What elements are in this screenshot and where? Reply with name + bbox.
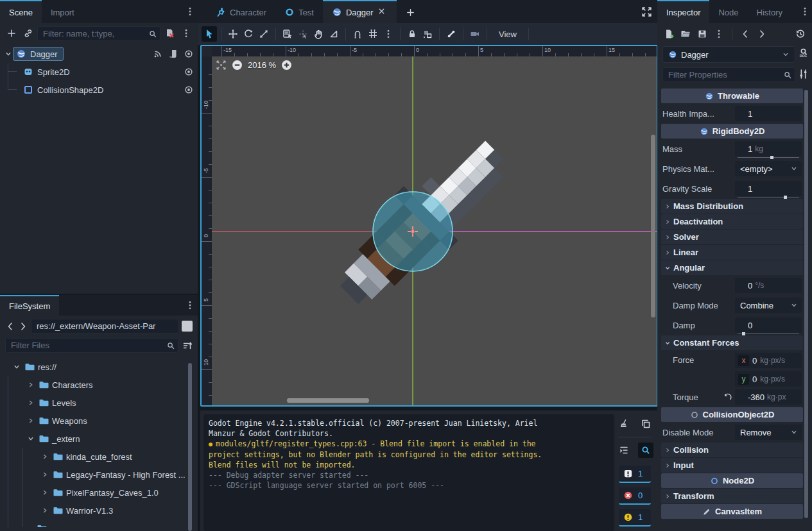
section-input[interactable]: Input [661,458,803,473]
copy-output-button[interactable] [638,416,653,432]
filesystem-row[interactable]: res:// [0,358,198,376]
chevron-right-icon[interactable] [40,506,49,515]
extra-resource-options-icon[interactable] [798,69,809,80]
section-collision[interactable]: Collision [661,442,803,457]
snap-target-tool-button[interactable] [295,26,311,42]
chevron-right-icon[interactable] [40,470,49,479]
clear-output-button[interactable] [616,416,632,432]
rotate-tool-button[interactable] [241,26,256,42]
scene-tab-character[interactable]: Character [207,0,275,23]
close-tab-icon[interactable] [377,7,388,17]
scene-tree-row[interactable]: CollisionShape2D [0,81,198,99]
chevron-right-icon[interactable] [40,452,49,461]
2d-viewport[interactable]: -15-10-5051015 -10-50510 2016 % [200,45,658,407]
save-resource-button[interactable] [695,26,710,42]
filesystem-row[interactable]: kinda_cute_forest [0,448,198,466]
add-node-button[interactable] [4,26,19,41]
inspector-dock-menu-icon[interactable] [800,6,810,17]
chevron-right-icon[interactable] [40,488,49,497]
detach-script-button[interactable] [162,26,177,41]
output-console[interactable]: Godot Engine v4.2.1.stable.official (c) … [203,414,614,531]
scene-tab-dagger[interactable]: Dagger [323,0,397,23]
dropdown-field[interactable]: <empty> [735,161,802,176]
instantiate-scene-button[interactable] [21,26,36,41]
chevron-right-icon[interactable] [26,380,35,389]
eye-icon[interactable] [184,67,194,77]
grid-snap-button[interactable] [365,26,381,42]
view-menu-button[interactable]: View [491,28,524,40]
category-rigidbody2d[interactable]: RigidBody2D [661,124,803,139]
list-select-tool-button[interactable] [280,26,295,42]
slider-grabber[interactable] [770,156,773,159]
number-field[interactable]: -360kg·px [735,389,802,405]
chevron-down-icon[interactable] [26,434,35,443]
section-angular[interactable]: Angular [661,260,803,275]
scale-tool-button[interactable] [256,26,272,42]
number-field[interactable]: 0°/s [735,278,802,293]
section-linear[interactable]: Linear [661,245,803,260]
camera-preview-button[interactable] [467,26,483,42]
canvas-hscrollbar[interactable] [287,398,369,403]
signal-icon[interactable] [153,49,163,59]
canvas[interactable]: 2016 % [212,56,657,405]
number-field[interactable]: 1kg [735,141,802,156]
lock-button[interactable] [404,26,420,42]
number-field[interactable]: 1 [735,181,802,196]
category-node2d[interactable]: Node2D [661,473,803,488]
menu-dots-button[interactable] [711,26,727,42]
menu-dots-button[interactable] [381,26,396,42]
chevron-down-icon[interactable] [4,49,13,58]
vector-component-field[interactable]: x0kg·px/s [735,353,802,368]
error-filter-button[interactable]: 0 [619,487,651,505]
ruler-tool-button[interactable] [326,26,341,42]
filesystem-row[interactable]: Weapons [0,412,198,430]
scene-tree-menu-icon[interactable] [178,26,194,41]
scene-tree-row[interactable]: Sprite2D [0,63,198,81]
tab-history[interactable]: History [748,0,791,23]
tab-node[interactable]: Node [709,0,747,23]
filesystem-row[interactable]: Levels [0,394,198,412]
filesystem-row[interactable]: _extern [0,430,198,448]
section-solver[interactable]: Solver [661,230,803,244]
section-mass-distribution[interactable]: Mass Distribution [661,199,803,214]
number-field[interactable]: 0 [735,317,802,333]
chevron-down-icon[interactable] [12,362,21,371]
revert-icon[interactable] [723,392,732,402]
zoom-in-button[interactable] [281,60,292,71]
filesystem-row[interactable]: Legacy-Fantasy - High Forest ... [0,466,198,484]
scene-filter-input[interactable] [37,26,160,41]
vector-component-field[interactable]: y0kg·px/s [735,371,802,387]
smart-snap-button[interactable] [350,26,365,42]
value-slider[interactable] [738,197,799,198]
filesystem-row[interactable] [0,519,198,527]
section-deactivation[interactable]: Deactivation [661,214,803,229]
eye-icon[interactable] [184,85,194,95]
tab-import[interactable]: Import [42,0,83,23]
script-icon[interactable] [168,49,178,59]
slider-grabber[interactable] [742,332,745,335]
tab-inspector[interactable]: Inspector [657,0,709,23]
chevron-right-icon[interactable] [26,416,35,425]
new-scene-tab-button[interactable] [397,0,424,23]
value-slider[interactable] [738,157,799,158]
message-filter-button[interactable]: 1 [619,466,651,483]
category-throwable[interactable]: Throwable [661,88,803,103]
center-view-icon[interactable] [216,60,227,71]
category-collisionobject2d[interactable]: CollisionObject2D [661,407,803,422]
number-field[interactable]: 1 [735,106,802,121]
chevron-right-icon[interactable] [26,398,35,407]
canvas-vscrollbar[interactable] [651,135,655,317]
split-mode-button[interactable] [182,321,193,332]
filesystem-row[interactable]: Characters [0,376,198,394]
sort-files-icon[interactable] [182,341,193,351]
distraction-free-icon[interactable] [641,6,652,17]
inspector-scrollbar[interactable] [804,90,808,518]
bone-button[interactable] [444,26,459,42]
dropdown-field[interactable]: Combine [735,298,802,313]
slider-grabber[interactable] [784,196,787,199]
filesystem-filter-input[interactable] [5,338,178,353]
back-icon[interactable] [5,321,15,332]
tab-scene[interactable]: Scene [0,0,42,23]
history-button[interactable] [793,26,808,42]
scene-tab-test[interactable]: Test [275,0,323,23]
